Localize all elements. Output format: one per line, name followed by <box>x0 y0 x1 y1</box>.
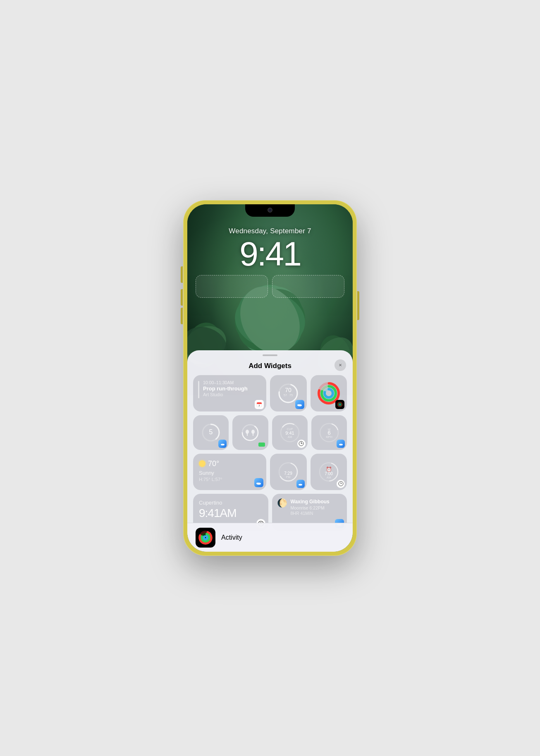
svg-text:57: 57 <box>284 393 287 397</box>
svg-point-44 <box>339 404 341 405</box>
phone-frame: Wednesday, September 7 9:41 Add Widgets … <box>183 200 357 556</box>
city-name: Cupertino <box>199 500 263 506</box>
widget-airpods[interactable] <box>232 415 268 450</box>
svg-text:AM: AM <box>287 435 292 438</box>
svg-text:CUP: CUP <box>287 428 293 431</box>
alarm-clock-icon <box>337 480 345 488</box>
widget-clock-cup[interactable]: CUP 9:41 AM <box>272 415 308 450</box>
sun-icon <box>199 460 205 467</box>
svg-rect-53 <box>247 433 248 436</box>
uv-weather-icon <box>218 440 227 448</box>
svg-text:7: 7 <box>259 404 260 407</box>
weather-range: H:75° L:57° <box>199 477 260 482</box>
svg-text:5: 5 <box>209 428 213 435</box>
calendar-icon: 7 <box>255 400 264 409</box>
weather-large-icon <box>254 478 263 487</box>
phone-screen: Wednesday, September 7 9:41 Add Widgets … <box>187 204 353 552</box>
moon-phase: Waxing Gibbous <box>291 499 330 505</box>
svg-text:AM: AM <box>327 476 331 479</box>
widget-calendar[interactable]: 10:00–11:30AM Prop run-through Art Studi… <box>193 375 266 411</box>
widgets-layout: 10:00–11:30AM Prop run-through Art Studi… <box>187 374 353 532</box>
activity-app-label: Activity <box>221 534 242 541</box>
svg-text:PM: PM <box>286 476 291 478</box>
svg-point-52 <box>246 430 249 434</box>
wind-weather-icon <box>337 440 345 448</box>
svg-point-73 <box>256 483 259 484</box>
widget-uv[interactable]: 5 <box>193 415 229 450</box>
svg-point-49 <box>221 444 225 445</box>
widget-sunset[interactable]: 7:29 PM <box>270 454 307 490</box>
activity-app-icon[interactable] <box>196 528 215 548</box>
widget-wind[interactable]: W 6 MPH <box>311 415 347 450</box>
moon-duration: 8HR 41MIN <box>291 511 330 516</box>
widgets-row-2: 5 <box>193 415 347 450</box>
notch <box>245 204 295 217</box>
cal-time: 10:00–11:30AM <box>203 380 248 385</box>
sunset-arc: 7:29 PM <box>277 461 299 483</box>
svg-point-70 <box>339 444 343 445</box>
camera <box>268 208 272 213</box>
svg-point-54 <box>251 430 255 434</box>
weather-icon <box>295 400 304 409</box>
svg-rect-55 <box>253 433 253 436</box>
widget-placeholder-right[interactable] <box>272 275 344 298</box>
cal-title: Prop run-through <box>203 385 248 392</box>
moon-phase-icon: 🌔 <box>277 499 287 507</box>
svg-point-80 <box>299 484 302 486</box>
lock-screen-content: Wednesday, September 7 9:41 <box>187 204 353 298</box>
svg-text:7:00: 7:00 <box>325 471 333 476</box>
wind-arc: W 6 MPH <box>318 422 340 443</box>
svg-point-76 <box>287 468 290 471</box>
svg-text:6: 6 <box>327 430 330 436</box>
svg-text:70: 70 <box>285 387 292 393</box>
svg-point-100 <box>204 536 207 539</box>
svg-point-69 <box>340 442 342 444</box>
widget-weather-temp[interactable]: 70 57 75 <box>270 375 307 411</box>
bottom-bar: Activity <box>187 523 353 551</box>
svg-point-79 <box>299 482 301 484</box>
city-time: 9:41AM <box>199 507 263 519</box>
svg-text:7:29: 7:29 <box>284 471 293 476</box>
widgets-row-1: 10:00–11:30AM Prop run-through Art Studi… <box>193 375 347 411</box>
cup-clock-icon <box>297 440 306 448</box>
widget-placeholder-left[interactable] <box>196 275 268 298</box>
widget-alarm[interactable]: ⏰ 7:00 AM <box>311 454 347 490</box>
widgets-row-3: 70° Sunny H:75° L:57° <box>193 454 347 490</box>
close-button[interactable]: × <box>335 359 346 371</box>
airpods-icon <box>241 423 259 442</box>
sheet-title: Add Widgets <box>248 362 292 370</box>
widget-placeholder-row <box>196 275 344 298</box>
weather-condition: Sunny <box>199 470 260 476</box>
sunset-weather-icon <box>296 480 305 488</box>
weather-temp: 70° <box>208 459 219 468</box>
uv-arc: 5 <box>200 422 222 443</box>
widget-weather-large[interactable]: 70° Sunny H:75° L:57° <box>193 454 266 490</box>
moonrise-time: Moonrise 6:22PM <box>291 505 330 510</box>
svg-point-35 <box>297 404 300 406</box>
activity-app-icon-small <box>335 400 344 409</box>
cup-clock-face: CUP 9:41 AM <box>279 422 301 443</box>
cal-location: Art Studio <box>203 392 248 397</box>
svg-text:MPH: MPH <box>326 435 332 438</box>
widget-activity-rings[interactable] <box>311 375 347 411</box>
add-widgets-sheet: Add Widgets × 10:00–11:30AM Prop <box>187 350 353 552</box>
svg-text:9:41: 9:41 <box>285 431 294 435</box>
sheet-scroll[interactable]: 10:00–11:30AM Prop run-through Art Studi… <box>187 374 353 551</box>
svg-text:75: 75 <box>289 393 293 397</box>
alarm-arc: ⏰ 7:00 AM <box>318 461 339 483</box>
lock-date: Wednesday, September 7 <box>187 227 353 235</box>
svg-point-48 <box>222 442 224 444</box>
battery-indicator <box>258 443 265 447</box>
svg-rect-26 <box>257 403 262 404</box>
lock-time: 9:41 <box>187 237 353 271</box>
sheet-header: Add Widgets × <box>187 356 353 374</box>
